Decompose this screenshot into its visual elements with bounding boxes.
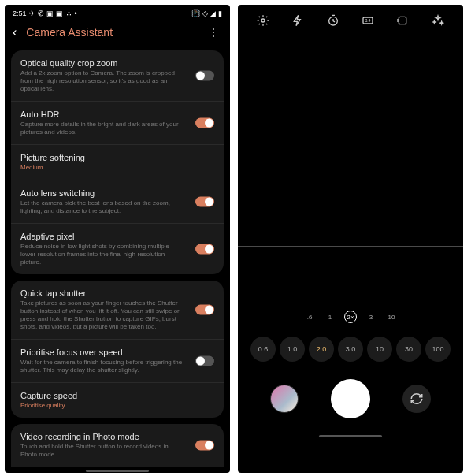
flash-icon[interactable] [291, 14, 304, 27]
settings-group: Optical quality crop zoomAdd a 2x zoom o… [11, 50, 224, 274]
shutter-button[interactable] [331, 379, 370, 418]
notif-icon: ▣ [56, 9, 63, 17]
more-icon: • [75, 9, 77, 17]
row-title: Adaptive pixel [20, 232, 214, 241]
settings-list[interactable]: Optical quality crop zoomAdd a 2x zoom o… [5, 50, 230, 467]
settings-row[interactable]: Auto lens switchingLet the camera pick t… [11, 180, 224, 223]
toggle-switch[interactable] [195, 305, 214, 315]
gridline [238, 246, 463, 247]
settings-row[interactable]: Auto HDRCapture more details in the brig… [11, 101, 224, 144]
settings-row[interactable]: Quick tap shutterTake pictures as soon a… [11, 281, 224, 339]
settings-row[interactable]: Picture softeningMedium [11, 144, 224, 180]
shutter-row [238, 367, 463, 430]
wifi-icon: ◇ [202, 9, 208, 17]
timer-icon[interactable] [327, 14, 339, 27]
row-subtitle: Take pictures as soon as your finger tou… [20, 299, 214, 331]
toggle-switch[interactable] [195, 441, 214, 451]
gridline [238, 165, 463, 165]
filters-icon[interactable] [432, 14, 444, 27]
zoom-bar: 0.61.02.03.01030100 [238, 331, 463, 367]
zoom-mini-chip[interactable]: 2× [344, 311, 357, 323]
row-subtitle: Prioritise quality [20, 402, 214, 410]
settings-row[interactable]: Prioritise focus over speedWait for the … [11, 339, 224, 382]
settings-row[interactable]: Optical quality crop zoomAdd a 2x zoom o… [11, 50, 224, 101]
status-time: 2:51 [13, 9, 27, 17]
row-subtitle: Let the camera pick the best lens based … [20, 199, 214, 215]
zoom-chip[interactable]: 30 [396, 337, 421, 362]
zoom-mini-chip[interactable]: 10 [385, 311, 398, 323]
row-title: Auto HDR [20, 110, 214, 119]
notif-icon: ▣ [46, 9, 54, 17]
row-title: Video recording in Photo mode [20, 432, 214, 441]
zoom-chip[interactable]: 0.6 [250, 337, 276, 362]
row-title: Optical quality crop zoom [20, 58, 214, 68]
row-title: Prioritise focus over speed [20, 348, 214, 357]
row-title: Quick tap shutter [20, 288, 214, 298]
zoom-chip[interactable]: 10 [367, 337, 392, 362]
header: ‹ Camera Assistant ⋮ [5, 20, 230, 50]
svg-text:3:4: 3:4 [365, 19, 371, 23]
status-bar: 2:51 ✈ ✆ ▣ ▣ ⛬ • 📳 ◇ ◢ ▮ [5, 5, 230, 20]
row-subtitle: Wait for the camera to finish focusing b… [20, 359, 214, 374]
settings-group: Video recording in Photo modeTouch and h… [11, 424, 224, 467]
battery-icon: ▮ [218, 9, 222, 17]
svg-point-0 [261, 19, 265, 22]
toggle-switch[interactable] [195, 197, 214, 207]
row-subtitle: Reduce noise in low light shots by combi… [20, 243, 214, 266]
people-icon: ⛬ [65, 9, 72, 17]
settings-row[interactable]: Capture speedPrioritise quality [11, 382, 224, 418]
toggle-switch[interactable] [195, 71, 214, 81]
back-icon[interactable]: ‹ [13, 25, 17, 39]
ratio-icon[interactable]: 3:4 [362, 14, 374, 27]
row-subtitle: Add a 2x zoom option to Camera. The zoom… [20, 69, 214, 93]
whatsapp-icon: ✆ [38, 9, 44, 17]
settings-row[interactable]: Video recording in Photo modeTouch and h… [11, 424, 224, 467]
row-subtitle: Capture more details in the bright and d… [20, 121, 214, 136]
settings-screen: 2:51 ✈ ✆ ▣ ▣ ⛬ • 📳 ◇ ◢ ▮ ‹ Camera Assist… [5, 5, 230, 473]
viewfinder[interactable]: .612×310 [238, 84, 463, 328]
gridline [313, 84, 313, 328]
settings-group: Quick tap shutterTake pictures as soon a… [11, 281, 224, 418]
zoom-mini-chip[interactable]: 1 [324, 311, 336, 323]
gridline [388, 84, 388, 328]
row-subtitle: Touch and hold the Shutter button to rec… [20, 443, 214, 459]
vibrate-icon: 📳 [191, 9, 200, 17]
switch-camera-button[interactable] [402, 385, 431, 413]
zoom-mini-chip[interactable]: .6 [303, 311, 316, 323]
zoom-chip[interactable]: 3.0 [338, 337, 363, 362]
zoom-mini-chip[interactable]: 3 [365, 311, 377, 323]
toggle-switch[interactable] [195, 356, 214, 366]
row-title: Picture softening [20, 153, 214, 162]
zoom-chip[interactable]: 2.0 [309, 337, 334, 362]
gesture-nav-bar [5, 468, 230, 473]
motion-icon[interactable] [396, 14, 409, 27]
send-icon: ✈ [29, 9, 35, 17]
settings-row[interactable]: Adaptive pixelReduce noise in low light … [11, 223, 224, 274]
settings-icon[interactable] [257, 14, 269, 27]
gallery-thumbnail[interactable] [270, 385, 299, 413]
svg-rect-4 [399, 17, 406, 24]
row-title: Capture speed [20, 391, 214, 400]
zoom-chip[interactable]: 1.0 [280, 337, 305, 362]
row-subtitle: Medium [20, 164, 214, 172]
zoom-chip[interactable]: 100 [425, 337, 451, 362]
toggle-switch[interactable] [195, 244, 214, 255]
gesture-nav-bar [238, 430, 463, 441]
row-title: Auto lens switching [20, 188, 214, 198]
camera-top-toolbar: 3:4 [238, 5, 463, 36]
zoom-mini-strip: .612×310 [303, 311, 398, 323]
overflow-menu-icon[interactable]: ⋮ [208, 26, 222, 39]
page-title: Camera Assistant [26, 26, 198, 39]
signal-icon: ◢ [210, 9, 216, 17]
toggle-switch[interactable] [195, 118, 214, 128]
camera-screen: 3:4 .612×310 0.61.02.03.01030100 [238, 5, 463, 473]
